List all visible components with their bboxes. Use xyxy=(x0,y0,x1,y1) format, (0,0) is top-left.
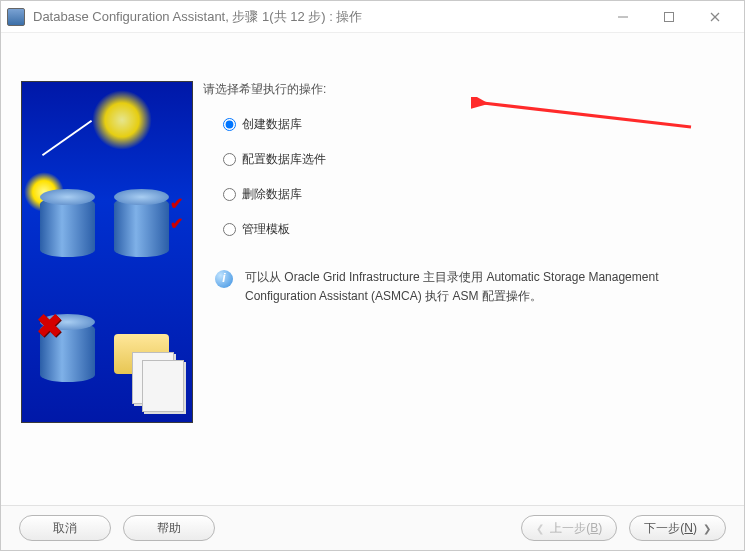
minimize-button[interactable] xyxy=(600,3,646,31)
close-button[interactable] xyxy=(692,3,738,31)
option-label: 删除数据库 xyxy=(242,186,302,203)
radio-delete-database[interactable] xyxy=(223,188,236,201)
option-manage-templates[interactable]: 管理模板 xyxy=(223,221,734,238)
wizard-button-bar: 取消 帮助 ❮ 上一步(B) 下一步(N) ❯ xyxy=(1,505,744,550)
wizard-content: 请选择希望执行的操作: 创建数据库 配置数据库选件 删除数据库 管理模板 xyxy=(193,33,744,505)
button-label: 上一步(B) xyxy=(550,520,602,537)
app-icon xyxy=(7,8,25,26)
radio-configure-database[interactable] xyxy=(223,153,236,166)
back-button[interactable]: ❮ 上一步(B) xyxy=(521,515,617,541)
wizard-side-image: ✔ ✔ ✖ xyxy=(21,81,193,423)
button-label: 下一步(N) xyxy=(644,520,697,537)
option-configure-database[interactable]: 配置数据库选件 xyxy=(223,151,734,168)
info-icon: i xyxy=(215,270,233,288)
operation-options: 创建数据库 配置数据库选件 删除数据库 管理模板 xyxy=(223,116,734,238)
option-create-database[interactable]: 创建数据库 xyxy=(223,116,734,133)
svg-rect-1 xyxy=(665,12,674,21)
option-delete-database[interactable]: 删除数据库 xyxy=(223,186,734,203)
radio-create-database[interactable] xyxy=(223,118,236,131)
operation-prompt: 请选择希望执行的操作: xyxy=(203,81,734,98)
wizard-body: ✔ ✔ ✖ 请选择希望执行的操作: 创建数据库 配置数据库选件 xyxy=(1,33,744,505)
chevron-left-icon: ❮ xyxy=(536,523,544,534)
info-text: 可以从 Oracle Grid Infrastructure 主目录使用 Aut… xyxy=(245,268,725,306)
window-title: Database Configuration Assistant, 步骤 1(共… xyxy=(33,8,600,26)
chevron-right-icon: ❯ xyxy=(703,523,711,534)
next-button[interactable]: 下一步(N) ❯ xyxy=(629,515,726,541)
dbca-window: Database Configuration Assistant, 步骤 1(共… xyxy=(0,0,745,551)
help-button[interactable]: 帮助 xyxy=(123,515,215,541)
info-message: i 可以从 Oracle Grid Infrastructure 主目录使用 A… xyxy=(215,268,734,306)
window-controls xyxy=(600,3,738,31)
option-label: 创建数据库 xyxy=(242,116,302,133)
maximize-button[interactable] xyxy=(646,3,692,31)
option-label: 配置数据库选件 xyxy=(242,151,326,168)
radio-manage-templates[interactable] xyxy=(223,223,236,236)
button-label: 帮助 xyxy=(157,520,181,537)
button-label: 取消 xyxy=(53,520,77,537)
cancel-button[interactable]: 取消 xyxy=(19,515,111,541)
titlebar: Database Configuration Assistant, 步骤 1(共… xyxy=(1,1,744,33)
option-label: 管理模板 xyxy=(242,221,290,238)
